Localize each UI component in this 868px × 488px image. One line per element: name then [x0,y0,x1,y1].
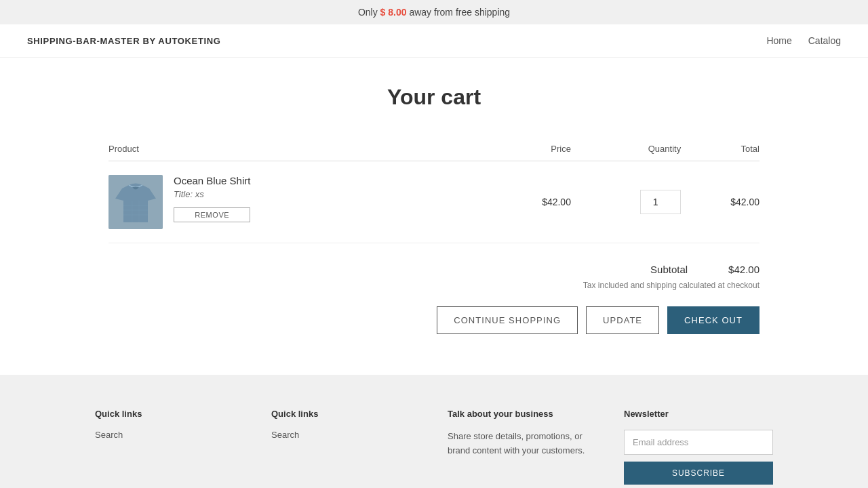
checkout-button[interactable]: CHECK OUT [667,306,760,334]
page-title: Your cart [108,85,760,110]
subtotal-label: Subtotal [650,264,688,275]
footer-newsletter: Newsletter SUBSCRIBE [624,409,773,485]
footer-title-quick-links-1: Quick links [95,409,244,419]
nav-home[interactable]: Home [766,35,791,46]
footer-link-search-2[interactable]: Search [271,430,420,440]
col-total: Total [681,137,760,161]
product-info: Ocean Blue Shirt Title: xs REMOVE [174,175,250,222]
subtotal-section: Subtotal $42.00 Tax included and shippin… [108,264,760,334]
col-price: Price [492,137,571,161]
nav-catalog[interactable]: Catalog [808,35,841,46]
shipping-bar-text-before: Only [358,7,380,18]
footer-quick-links-1: Quick links Search [95,409,244,485]
footer-quick-links-2: Quick links Search [271,409,420,485]
footer-title-quick-links-2: Quick links [271,409,420,419]
main-nav: Home Catalog [766,35,841,46]
cart-table: Product Price Quantity Total [108,137,760,243]
footer-title-business: Talk about your business [448,409,597,419]
action-buttons: CONTINUE SHOPPING UPDATE CHECK OUT [108,306,760,334]
subtotal-row: Subtotal $42.00 [108,264,760,275]
cart-table-header-row: Product Price Quantity Total [108,137,760,161]
shipping-bar-text-after: away from free shipping [407,7,511,18]
footer-link-search-1[interactable]: Search [95,430,244,440]
footer: Quick links Search Quick links Search Ta… [0,375,868,488]
col-product: Product [108,137,492,161]
main-content: Your cart Product Price Quantity Total [95,58,773,375]
brand-name: SHIPPING-BAR-MASTER BY AUTOKETING [27,36,221,46]
col-quantity: Quantity [571,137,681,161]
email-input[interactable] [624,430,773,455]
item-quantity-cell [571,161,681,243]
product-title: Title: xs [174,189,250,199]
product-cell: Ocean Blue Shirt Title: xs REMOVE [108,161,492,243]
product-image [108,175,163,229]
shipping-bar-amount: $ 8.00 [380,7,407,18]
subscribe-button[interactable]: SUBSCRIBE [624,462,773,485]
subtotal-value: $42.00 [728,264,760,275]
continue-shopping-button[interactable]: CONTINUE SHOPPING [437,306,578,334]
header: SHIPPING-BAR-MASTER BY AUTOKETING Home C… [0,24,868,58]
product-name: Ocean Blue Shirt [174,175,250,186]
footer-business: Talk about your business Share store det… [448,409,597,485]
remove-button[interactable]: REMOVE [174,207,250,222]
footer-grid: Quick links Search Quick links Search Ta… [95,409,773,485]
cart-item-row: Ocean Blue Shirt Title: xs REMOVE $42.00… [108,161,760,243]
item-price: $42.00 [492,161,571,243]
update-button[interactable]: UPDATE [586,306,659,334]
shipping-bar: Only $ 8.00 away from free shipping [0,0,868,24]
footer-desc-business: Share store details, promotions, or bran… [448,430,597,458]
quantity-input[interactable] [640,190,681,214]
footer-title-newsletter: Newsletter [624,409,773,419]
tax-note: Tax included and shipping calculated at … [108,281,760,290]
item-total: $42.00 [681,161,760,243]
